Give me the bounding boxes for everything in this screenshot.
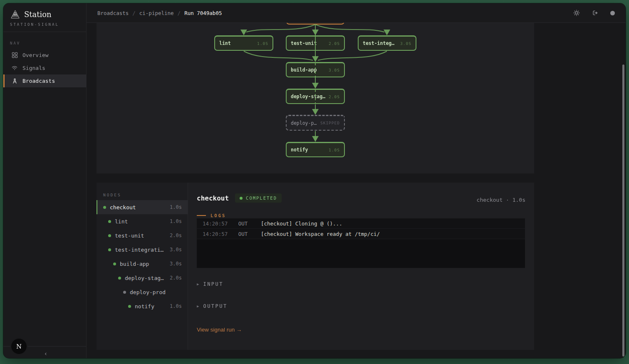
output-section-toggle[interactable]: ▶ OUTPUT <box>197 303 228 309</box>
grid-icon <box>11 52 18 58</box>
sidebar-item-signals[interactable]: Signals <box>3 62 86 74</box>
sidebar-item-broadcasts[interactable]: Broadcasts <box>3 74 86 87</box>
logs-section-header: LOGS <box>197 213 226 218</box>
theme-toggle-sun-icon[interactable] <box>573 10 580 16</box>
breadcrumb-separator: / <box>178 10 181 16</box>
antenna-icon <box>11 78 18 84</box>
breadcrumb-run: Run 7049ab05 <box>184 10 222 16</box>
nodes-list-title: NODES <box>103 193 188 197</box>
status-dot-completed <box>108 248 111 251</box>
station-logo-icon <box>10 9 20 20</box>
node-list-item-checkout[interactable]: checkout 1.0s <box>97 200 188 214</box>
log-output-box[interactable]: 14:20:57 OUT [checkout] Cloning @ ()... … <box>196 218 525 268</box>
status-badge: COMPLETED <box>235 193 282 203</box>
log-line: 14:20:57 OUT [checkout] Workspace ready … <box>197 229 525 239</box>
graph-node-checkout[interactable] <box>286 23 344 25</box>
app-title: Station <box>24 10 52 19</box>
graph-node-lint[interactable]: lint 1.0s <box>214 35 273 51</box>
status-dot-skipped <box>123 291 126 294</box>
caret-right-icon: ▶ <box>197 304 199 308</box>
header-bar: Broadcasts / ci-pipeline / Run 7049ab05 <box>87 3 626 23</box>
org-label: STATION-SIGNAL <box>10 22 79 27</box>
sidebar-item-label: Broadcasts <box>22 78 55 84</box>
logs-dash-icon <box>197 215 206 216</box>
graph-node-deploy-staging[interactable]: deploy-staging 2.0s <box>286 89 345 104</box>
wifi-icon <box>11 65 18 71</box>
status-dot-completed <box>103 206 106 209</box>
breadcrumb-broadcasts[interactable]: Broadcasts <box>97 10 129 16</box>
node-list-item-deploy-staging[interactable]: deploy-staging 2.0s <box>97 271 188 285</box>
breadcrumb: Broadcasts / ci-pipeline / Run 7049ab05 <box>97 10 222 16</box>
node-list-item-deploy-prod[interactable]: deploy-prod <box>97 285 188 299</box>
status-dot-completed <box>108 234 111 237</box>
sidebar: Station STATION-SIGNAL NAV Overview Sign… <box>3 3 87 358</box>
pipeline-graph-panel: lint 1.0s test-unit 2.0s test-integratio… <box>97 23 534 173</box>
status-dot-completed <box>108 220 111 223</box>
breadcrumb-pipeline[interactable]: ci-pipeline <box>139 10 174 16</box>
graph-node-test-integration[interactable]: test-integration 3.0s <box>358 35 416 51</box>
sidebar-item-label: Overview <box>22 52 49 58</box>
vertical-scrollbar-thumb[interactable] <box>622 64 624 357</box>
caret-right-icon: ▶ <box>197 282 199 286</box>
node-list-item-lint[interactable]: lint 1.0s <box>97 214 188 228</box>
status-dot-completed <box>113 262 116 265</box>
sidebar-item-label: Signals <box>22 65 45 71</box>
sidebar-item-overview[interactable]: Overview <box>3 49 86 62</box>
detail-title: checkout <box>197 194 229 202</box>
avatar[interactable]: N <box>11 339 27 354</box>
node-list-item-test-unit[interactable]: test-unit 2.0s <box>97 228 188 243</box>
breadcrumb-separator: / <box>132 10 136 16</box>
node-list-item-build-app[interactable]: build-app 3.0s <box>97 257 188 271</box>
node-detail-panel: checkout COMPLETED checkout · 1.0s LOGS … <box>188 183 534 350</box>
nav-section-label: NAV <box>10 41 79 45</box>
input-section-toggle[interactable]: ▶ INPUT <box>197 281 223 287</box>
logo-block: Station STATION-SIGNAL <box>3 3 86 32</box>
graph-node-notify[interactable]: notify 1.0s <box>286 142 345 157</box>
badge-status-dot <box>240 197 243 200</box>
graph-node-build-app[interactable]: build-app 3.0s <box>286 62 345 77</box>
connection-status-dot[interactable] <box>610 11 615 15</box>
logout-icon[interactable] <box>592 10 599 16</box>
status-dot-completed <box>118 277 121 280</box>
chevron-left-icon: ‹ <box>44 350 47 357</box>
node-inspector-panel: NODES checkout 1.0s lint 1.0s test-unit … <box>97 183 534 350</box>
graph-node-test-unit[interactable]: test-unit 2.0s <box>286 35 345 51</box>
detail-meta: checkout · 1.0s <box>477 197 525 203</box>
sidebar-collapse-button[interactable]: ‹ <box>42 349 50 358</box>
app-window: Station STATION-SIGNAL NAV Overview Sign… <box>3 3 626 358</box>
status-dot-completed <box>128 305 131 308</box>
node-list-item-test-integration[interactable]: test-integration 3.0s <box>97 243 188 257</box>
graph-node-deploy-prod[interactable]: deploy-prod SKIPPED <box>286 115 345 131</box>
nodes-list-column: NODES checkout 1.0s lint 1.0s test-unit … <box>97 183 188 350</box>
node-list-item-notify[interactable]: notify 1.0s <box>97 299 188 313</box>
view-signal-run-link[interactable]: View signal run → <box>197 327 242 333</box>
log-line: 14:20:57 OUT [checkout] Cloning @ ()... <box>197 218 525 229</box>
avatar-letter: N <box>16 343 22 350</box>
